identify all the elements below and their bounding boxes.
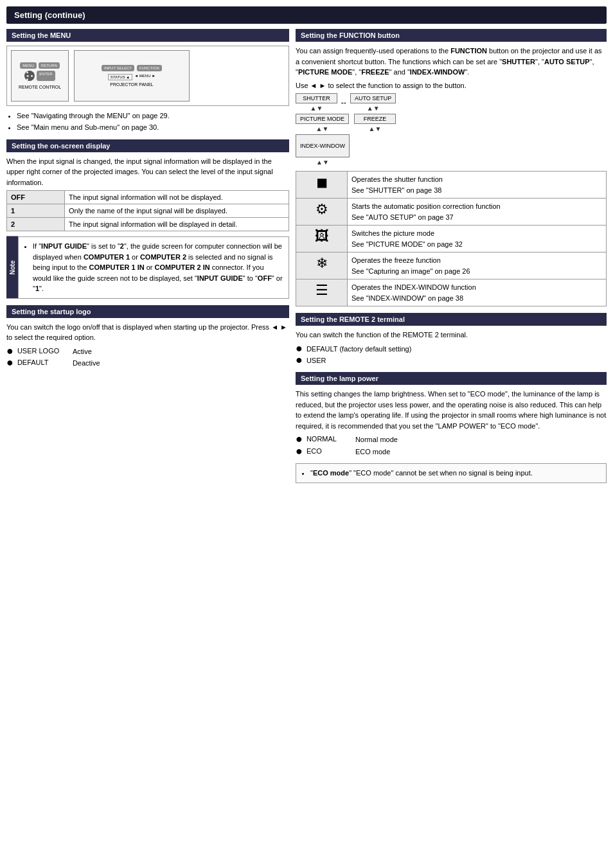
menu-section: Setting the MENU MENU RETURN ▲◄ ►▼ ENTER [6, 29, 289, 133]
logo-option-2: ● DEFAULT Deactive [6, 359, 289, 368]
proj-label: PROJECTOR PANEL [110, 82, 153, 87]
remote2-section: Setting the REMOTE 2 terminal You can sw… [296, 313, 607, 366]
menu-bullet-2: See "Main menu and Sub-menu" on page 30. [17, 123, 289, 132]
lamp-note: "ECO mode" "ECO mode" cannot be set when… [296, 463, 607, 483]
func-row-freeze: ❄ Operates the freeze function See "Capt… [296, 252, 607, 279]
logo-desc-1: Active [73, 347, 92, 357]
table-row: 2 The input signal information will be d… [7, 218, 289, 231]
lamp-note-box: "ECO mode" "ECO mode" cannot be set when… [296, 463, 607, 483]
shutter-desc: Operates the shutter function See "SHUTT… [348, 172, 607, 199]
menu-bullet-1: See "Navigating through the MENU" on pag… [17, 111, 289, 121]
remote2-dot-1: ● [296, 342, 303, 354]
osd-body: When the input signal is changed, the in… [6, 156, 289, 188]
proj-input-select: INPUT SELECT [102, 65, 134, 71]
note-content: If "INPUT GUIDE" is set to "2", the guid… [18, 236, 289, 299]
proj-function: FUNCTION [137, 65, 162, 71]
logo-label-2: DEFAULT [17, 359, 69, 366]
note-item: If "INPUT GUIDE" is set to "2", the guid… [33, 241, 283, 294]
assign-row-3: INDEX-WINDOW ▲▼ [296, 134, 607, 166]
function-body: You can assign frequently-used operation… [296, 46, 607, 78]
lamp-body: This setting changes the lamp brightness… [296, 389, 607, 431]
index-desc: Operates the INDEX-WINDOW function See "… [348, 279, 607, 306]
logo-body: You can switch the logo on/off that is d… [6, 322, 289, 343]
logo-options: ● USER LOGO Active ● DEFAULT Deactive [6, 347, 289, 369]
function-section-header: Setting the FUNCTION button [296, 29, 607, 42]
function-table: ◼ Operates the shutter function See "SHU… [296, 171, 607, 306]
remote2-desc-1: DEFAULT (factory default setting) [306, 344, 411, 354]
osd-off-label: OFF [7, 191, 65, 204]
lamp-note-list: "ECO mode" "ECO mode" cannot be set when… [310, 468, 601, 479]
lamp-section-header: Setting the lamp power [296, 372, 607, 385]
top-bar-title: Setting (continue) [14, 10, 85, 20]
lamp-dot-1: ● [296, 433, 303, 445]
autosetup-icon-cell: ⚙ [296, 199, 348, 226]
freeze-icon-cell: ❄ [296, 252, 348, 279]
freeze-icon: ❄ [316, 255, 328, 271]
lamp-option-2: ● ECO ECO mode [296, 447, 607, 457]
lamp-option-1: ● NORMAL Normal mode [296, 435, 607, 445]
index-icon-cell: ☰ [296, 279, 348, 306]
lamp-section: Setting the lamp power This setting chan… [296, 372, 607, 483]
assign-box-index: INDEX-WINDOW [296, 134, 350, 157]
dpad: ▲◄ ►▼ [24, 71, 35, 81]
func-row-shutter: ◼ Operates the shutter function See "SHU… [296, 172, 607, 199]
logo-desc-2: Deactive [73, 359, 100, 368]
function-section: Setting the FUNCTION button You can assi… [296, 29, 607, 306]
remote2-options: ● DEFAULT (factory default setting) ● US… [296, 344, 607, 366]
bullet-dot-2: ● [6, 357, 13, 368]
updown-5: ▲▼ [316, 159, 329, 166]
updown-1: ▲▼ [310, 105, 323, 112]
logo-section-header: Setting the startup logo [6, 305, 289, 318]
updown-2: ▲▼ [367, 105, 380, 112]
remote-label: REMOTE CONTROL [19, 85, 61, 89]
table-row: OFF The input signal information will no… [7, 191, 289, 204]
remote2-dot-2: ● [296, 354, 303, 366]
lamp-label-1: NORMAL [306, 435, 351, 443]
autosetup-desc: Starts the automatic position correction… [348, 199, 607, 226]
assign-box-shutter: SHUTTER [296, 93, 337, 103]
note-list: If "INPUT GUIDE" is set to "2", the guid… [33, 241, 283, 294]
page: Setting (continue) Setting the MENU MENU… [0, 0, 613, 868]
assign-row-2: PICTURE MODE ▲▼ FREEZE ▲▼ [296, 114, 607, 132]
autosetup-icon: ⚙ [315, 201, 328, 217]
remote2-option-2: ● USER [296, 356, 607, 366]
func-row-picturemode: 🖼 Switches the picture mode See "PICTURE… [296, 226, 607, 252]
return-btn: RETURN [39, 62, 60, 69]
osd-2-label: 2 [7, 218, 65, 231]
lamp-label-2: ECO [306, 447, 351, 455]
bullet-dot-1: ● [6, 345, 13, 357]
picturemode-desc: Switches the picture mode See "PICTURE M… [348, 226, 607, 252]
lamp-desc-1: Normal mode [355, 435, 398, 445]
func-row-index: ☰ Operates the INDEX-WINDOW function See… [296, 279, 607, 306]
picturemode-icon: 🖼 [315, 228, 329, 244]
lamp-desc-2: ECO mode [355, 447, 390, 457]
proj-display: STATUS ▲ ◄ MENU ► [108, 74, 155, 80]
shutter-icon-cell: ◼ [296, 172, 348, 199]
menu-btn: MENU [20, 62, 37, 69]
remote-control-img: MENU RETURN ▲◄ ►▼ ENTER REMOTE CONTROL [11, 50, 69, 102]
func-row-autosetup: ⚙ Starts the automatic position correcti… [296, 199, 607, 226]
osd-off-desc: The input signal information will not be… [65, 191, 289, 204]
picturemode-icon-cell: 🖼 [296, 226, 348, 252]
arrow-right-1: ↔ [340, 98, 348, 107]
osd-note: Note If "INPUT GUIDE" is set to "2", the… [6, 236, 289, 299]
osd-1-desc: Only the name of the input signal will b… [65, 204, 289, 218]
index-icon: ☰ [315, 282, 328, 298]
remote2-section-header: Setting the REMOTE 2 terminal [296, 313, 607, 326]
assign-box-freeze: FREEZE [354, 114, 396, 124]
remote2-body: You can switch the function of the REMOT… [296, 330, 607, 341]
lamp-note-item: "ECO mode" "ECO mode" cannot be set when… [310, 468, 601, 479]
proj-buttons-top: INPUT SELECT FUNCTION [102, 65, 162, 71]
enter-btn: ENTER [37, 71, 55, 81]
remote2-desc-2: USER [306, 356, 326, 366]
note-label: Note [6, 236, 18, 299]
osd-1-label: 1 [7, 204, 65, 218]
table-row: 1 Only the name of the input signal will… [7, 204, 289, 218]
lamp-dot-2: ● [296, 445, 303, 457]
main-content: Setting the MENU MENU RETURN ▲◄ ►▼ ENTER [6, 29, 607, 862]
menu-section-header: Setting the MENU [6, 29, 289, 42]
updown-3: ▲▼ [316, 125, 329, 132]
osd-section: Setting the on-screen display When the i… [6, 139, 289, 299]
lamp-options: ● NORMAL Normal mode ● ECO ECO mode [296, 435, 607, 457]
remote2-option-1: ● DEFAULT (factory default setting) [296, 344, 607, 354]
